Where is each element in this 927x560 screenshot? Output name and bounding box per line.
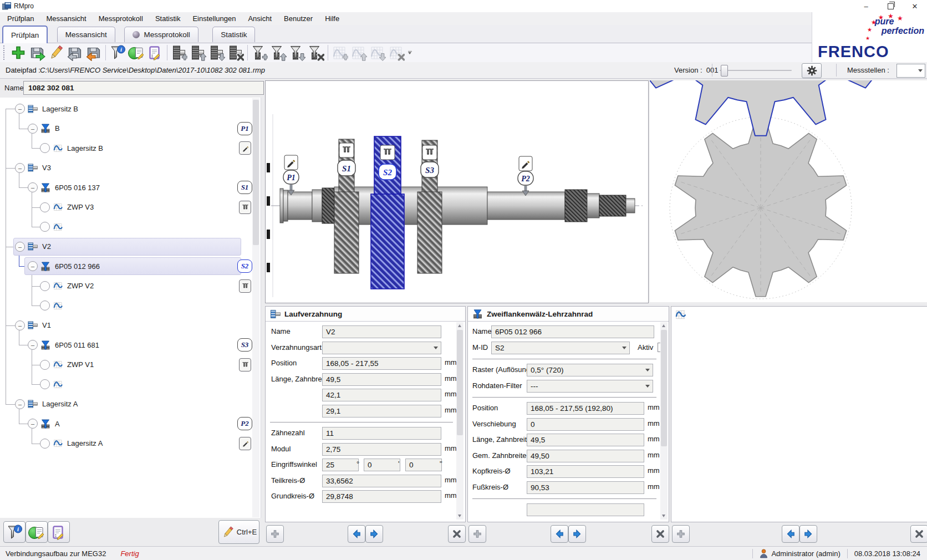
protocol-save-button[interactable] <box>146 44 165 62</box>
field-input-value[interactable] <box>527 503 644 516</box>
field-input-fu-kreis[interactable]: 90,53 <box>527 481 644 494</box>
edit-button[interactable] <box>47 44 65 62</box>
add-button[interactable] <box>672 525 690 543</box>
field-input-name[interactable]: 6P05 012 966 <box>491 325 654 338</box>
settings-button[interactable] <box>802 63 822 78</box>
close-panel-button[interactable] <box>448 525 466 543</box>
field-input-position[interactable]: 168,05 - 217,55 (192,80) <box>527 402 644 415</box>
tree-scrollbar[interactable] <box>252 98 259 517</box>
field-input-kopfkreis[interactable]: 103,21 <box>527 465 644 478</box>
collapse-toggle[interactable]: – <box>28 340 38 350</box>
marker-s2-selected[interactable]: S2 <box>379 164 396 180</box>
menu-benutzer[interactable]: Benutzer <box>278 13 319 24</box>
version-slider-track[interactable] <box>720 70 792 71</box>
menu-messprotokoll[interactable]: Messprotokoll <box>93 13 149 24</box>
marker-p2[interactable]: P2 <box>518 156 533 196</box>
field-input-eingriffswinkel-0[interactable]: 25 <box>322 459 359 471</box>
tree-row-b[interactable]: –BP1 <box>0 120 251 138</box>
field-input-teilkreis[interactable]: 33,6562 <box>322 475 441 487</box>
field-input-l-nge-zahnbreite[interactable]: 49,5 <box>527 434 644 446</box>
probe-up-button[interactable] <box>269 44 288 62</box>
panel2-scrollbar[interactable] <box>660 322 668 520</box>
tree-row-zwp-v1[interactable]: ZWP V1 <box>0 356 251 374</box>
gear-delete-button[interactable] <box>226 44 245 62</box>
collapse-toggle[interactable]: – <box>15 104 25 114</box>
gear-add-button[interactable] <box>170 44 189 62</box>
field-input-position[interactable]: 168,05 - 217,55 <box>322 357 441 370</box>
field-select-rohdaten-filter[interactable]: --- <box>527 380 653 393</box>
field-input-grundkreis[interactable]: 29,8748 <box>322 490 441 503</box>
restore-button[interactable] <box>878 0 903 12</box>
protocol-save-button[interactable] <box>48 521 70 543</box>
menu-hilfe[interactable]: Hilfe <box>319 13 345 24</box>
field-input-gem-zahnbreite[interactable]: 49,50 <box>527 450 644 462</box>
tree-row-v2[interactable]: –V2 <box>0 238 251 256</box>
tree-row-lagersitz-a[interactable]: Lagersitz A <box>0 435 251 452</box>
menu-messansicht[interactable]: Messansicht <box>40 13 92 24</box>
import-button[interactable] <box>84 44 103 62</box>
field-input-value[interactable]: 42,1 <box>322 389 441 401</box>
close-button[interactable]: ✕ <box>903 0 927 12</box>
close-panel-button[interactable] <box>910 525 927 543</box>
tree-row-v1[interactable]: –V1 <box>0 317 251 334</box>
tree-row-lagersitz-a[interactable]: –Lagersitz A <box>0 395 251 413</box>
tree-scrollbar-thumb[interactable] <box>253 100 259 245</box>
next-button[interactable] <box>799 525 817 543</box>
menu-ansicht[interactable]: Ansicht <box>242 13 278 24</box>
toolbar-overflow-button[interactable] <box>406 45 414 60</box>
version-slider-handle[interactable] <box>721 65 728 77</box>
tree-row-6p05-011-681[interactable]: –6P05 011 681S3 <box>0 336 251 354</box>
field-input-verschiebung[interactable]: 0 <box>527 418 644 431</box>
prev-button[interactable] <box>348 525 365 543</box>
protocol-edit-button[interactable] <box>127 44 146 62</box>
field-input-name[interactable]: V2 <box>322 325 441 338</box>
prev-button[interactable] <box>782 525 799 543</box>
tree-row-a[interactable]: –AP2 <box>0 415 251 432</box>
tree-row-6p05-012-966[interactable]: –6P05 012 966S2 <box>0 257 251 275</box>
tree-row-6p05-016-137[interactable]: –6P05 016 137S1 <box>0 179 251 196</box>
next-button[interactable] <box>365 525 383 543</box>
field-input-z-hnezahl[interactable]: 11 <box>322 427 441 440</box>
revert-button[interactable] <box>65 44 84 62</box>
gear-up-button[interactable] <box>189 44 207 62</box>
minimize-button[interactable]: – <box>854 0 878 12</box>
tab-pr-fplan[interactable]: Prüfplan <box>2 26 48 43</box>
tab-statistik[interactable]: Statistik <box>212 27 255 42</box>
field-input-eingriffswinkel-2[interactable]: 0 <box>405 459 442 471</box>
tree-row-empty-10[interactable] <box>0 297 251 314</box>
collapse-toggle[interactable]: – <box>28 124 38 134</box>
edit-shortcut-button[interactable]: Ctrl+E <box>218 520 259 544</box>
protocol-edit-button[interactable] <box>26 521 48 543</box>
tree-row-zwp-v2[interactable]: ZWP V2 <box>0 277 251 295</box>
menu-einstellungen[interactable]: Einstellungen <box>186 13 242 24</box>
tree-row-empty-14[interactable] <box>0 375 251 393</box>
field-input-l-nge-zahnbreite[interactable]: 49,5 <box>322 373 441 386</box>
field-select-verzahnungsart[interactable] <box>322 342 441 354</box>
save-button[interactable] <box>28 44 47 62</box>
collapse-toggle[interactable]: – <box>15 320 25 330</box>
field-select-raster-aufl-sung[interactable]: 0,5° (720) <box>527 364 653 376</box>
collapse-toggle[interactable]: – <box>28 419 38 429</box>
probe-down-button[interactable] <box>288 44 307 62</box>
panel1-scrollbar[interactable] <box>456 322 464 520</box>
toolbar-grip[interactable] <box>3 45 7 60</box>
tree-row-v3[interactable]: –V3 <box>0 159 251 177</box>
add-button[interactable] <box>468 525 486 543</box>
info-button[interactable]: i <box>3 521 26 543</box>
collapse-toggle[interactable]: – <box>15 399 25 409</box>
collapse-toggle[interactable]: – <box>28 261 38 271</box>
tree-row-lagersitz-b[interactable]: –Lagersitz B <box>0 100 251 118</box>
menu-statistik[interactable]: Statistik <box>149 13 187 24</box>
field-input-value[interactable]: 29,1 <box>322 405 441 418</box>
menu-pr-fplan[interactable]: Prüfplan <box>1 13 40 24</box>
field-input-eingriffswinkel-1[interactable]: 0 <box>364 459 400 471</box>
tab-messansicht[interactable]: Messansicht <box>57 27 115 42</box>
marker-s1[interactable]: S1 <box>338 160 355 176</box>
probe-add-button[interactable] <box>250 44 269 62</box>
next-button[interactable] <box>568 525 586 543</box>
collapse-toggle[interactable]: – <box>15 242 25 252</box>
tree-row-zwp-v3[interactable]: ZWP V3 <box>0 198 251 216</box>
collapse-toggle[interactable]: – <box>15 163 25 173</box>
field-select-m-id[interactable]: S2 <box>491 342 630 354</box>
marker-s3[interactable]: S3 <box>421 162 439 177</box>
